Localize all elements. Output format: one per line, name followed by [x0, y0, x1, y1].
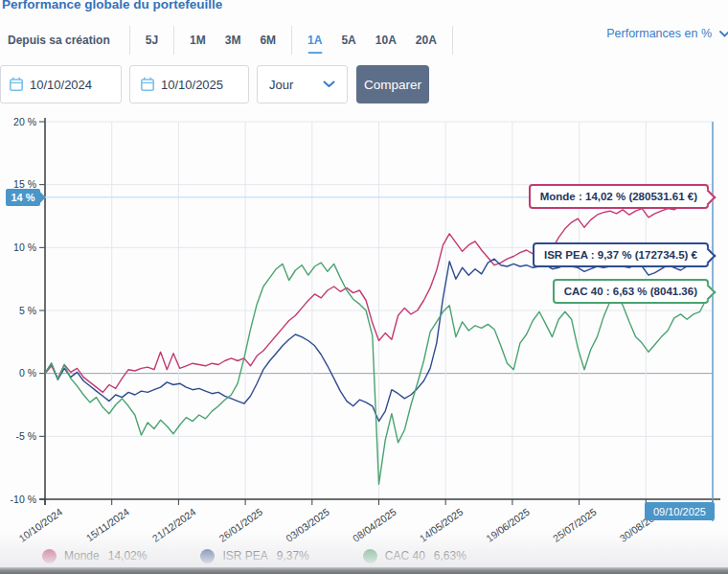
y-tick-label: 10 %	[13, 241, 36, 253]
end-date-input[interactable]: 10/10/2025	[129, 65, 249, 103]
performances-link-label: Performances en %	[606, 27, 712, 40]
y-tick-label: 0 %	[19, 367, 36, 379]
period-tab-bar: Depuis sa création5J1M3M6M1A5A10A20A	[8, 23, 459, 57]
clipped-content-below	[0, 567, 728, 574]
performances-in-percent-link[interactable]: Performances en %	[606, 27, 728, 40]
legend-label: ISR PEA	[222, 549, 267, 563]
legend-label: Monde	[64, 549, 100, 563]
tab-separator	[452, 26, 453, 55]
x-tick-label: 26/01/2025	[216, 506, 264, 544]
calendar-icon	[9, 77, 24, 92]
x-tick-label: 10/10/2024	[16, 506, 64, 544]
x-tick-label: 14/05/2025	[417, 506, 465, 544]
y-crosshair-badge: 14 %	[6, 189, 40, 206]
y-tick-label: 5 %	[19, 305, 36, 316]
cac40-legend-dot	[363, 549, 377, 563]
chart-legend: Monde 14,02% ISR PEA 9,37% CAC 40 6,63%	[0, 542, 728, 569]
cac40-value-tooltip: CAC 40 : 6,63 % (8041.36)	[553, 279, 709, 304]
tab-depuis-sa-création[interactable]: Depuis sa création	[8, 34, 124, 47]
interval-select[interactable]: Jour	[257, 65, 348, 103]
legend-item-cac40[interactable]: CAC 40 6,63%	[363, 549, 466, 563]
cac40-tooltip-text: CAC 40 : 6,63 % (8041.36)	[564, 286, 697, 297]
legend-item-isr-pea[interactable]: ISR PEA 9,37%	[200, 549, 308, 563]
tab-1a[interactable]: 1A	[298, 34, 331, 47]
tab-5j[interactable]: 5J	[136, 34, 168, 47]
calendar-icon	[140, 77, 155, 92]
legend-value: 9,37%	[277, 549, 309, 563]
monde-tooltip-text: Monde : 14,02 % (280531.61 €)	[540, 191, 697, 202]
legend-label: CAC 40	[385, 549, 425, 563]
x-tick-label: 15/11/2024	[84, 506, 131, 544]
portfolio-performance-panel: 20 %15 %10 %5 %0 %-5 %-10 %10/10/202415/…	[0, 0, 728, 574]
x-crosshair-badge: 09/10/2025	[645, 502, 715, 520]
start-date-value: 10/10/2024	[30, 78, 92, 92]
y-tick-label: 20 %	[13, 116, 36, 127]
compare-button[interactable]: Comparer	[356, 65, 429, 103]
chevron-down-icon	[719, 31, 728, 37]
monde-value-tooltip: Monde : 14,02 % (280531.61 €)	[529, 184, 709, 209]
isr-pea-tooltip-text: ISR PEA : 9,37 % (172734.5) €	[544, 249, 697, 261]
isr-pea-value-tooltip: ISR PEA : 9,37 % (172734.5) €	[533, 242, 709, 267]
end-date-value: 10/10/2025	[161, 78, 223, 92]
x-tick-label: 21/12/2024	[150, 506, 198, 544]
y-tick-label: -10 %	[11, 494, 36, 505]
start-date-input[interactable]: 10/10/2024	[0, 65, 122, 103]
monde-legend-dot	[42, 549, 57, 563]
chevron-down-icon	[323, 80, 335, 88]
y-tick-label: -5 %	[15, 430, 36, 442]
tab-3m[interactable]: 3M	[216, 34, 251, 47]
isr-pea-legend-dot	[200, 549, 215, 563]
tab-20a[interactable]: 20A	[406, 34, 446, 47]
x-tick-label: 08/04/2025	[351, 506, 398, 544]
tab-6m[interactable]: 6M	[250, 34, 285, 47]
legend-value: 14,02%	[108, 549, 148, 563]
tab-separator	[291, 26, 292, 55]
x-tick-label: 19/06/2025	[484, 506, 532, 544]
page-title: Performance globale du portefeuille	[2, 0, 222, 11]
tab-5a[interactable]: 5A	[331, 34, 365, 47]
tab-separator	[129, 26, 130, 55]
legend-item-monde[interactable]: Monde 14,02%	[42, 549, 147, 563]
legend-value: 6,63%	[434, 549, 466, 563]
x-tick-label: 25/07/2025	[551, 506, 599, 544]
x-tick-label: 03/03/2025	[284, 506, 331, 544]
interval-selected-value: Jour	[269, 78, 293, 92]
tab-separator	[173, 26, 174, 55]
tab-1m[interactable]: 1M	[180, 34, 216, 47]
tab-10a[interactable]: 10A	[366, 34, 406, 47]
